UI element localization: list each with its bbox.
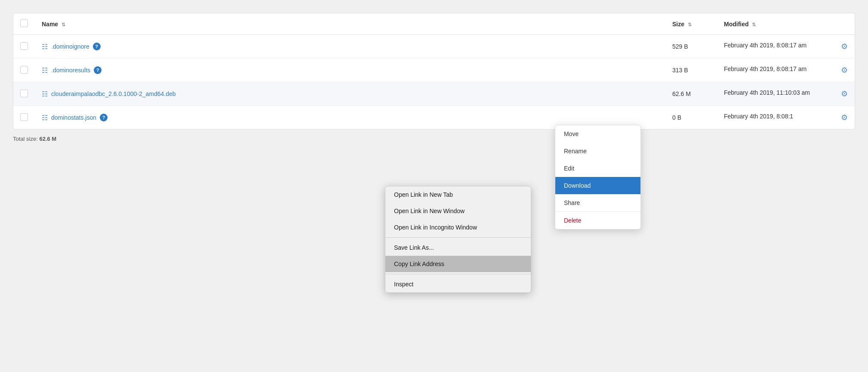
row4-file-link[interactable]: dominostats.json — [51, 114, 96, 121]
row1-modified-cell: February 4th 2019, 8:08:17 am ⚙ — [717, 35, 855, 59]
row4-checkbox[interactable] — [20, 113, 28, 121]
file-icon: ☷ — [42, 114, 48, 122]
app-menu-share[interactable]: Share — [555, 194, 640, 211]
select-all-checkbox[interactable] — [20, 19, 28, 27]
size-column-header[interactable]: Size ⇅ — [665, 13, 717, 35]
app-menu-move[interactable]: Move — [555, 125, 640, 143]
row2-gear-icon[interactable]: ⚙ — [841, 65, 848, 75]
browser-menu-save-link[interactable]: Save Link As... — [385, 239, 531, 256]
row2-help-icon[interactable]: ? — [94, 66, 102, 74]
total-size-value: 62.6 M — [39, 136, 56, 142]
row2-name-cell: ☷ .dominoresults ? — [35, 59, 665, 82]
file-table: Name ⇅ Size ⇅ Modified ⇅ — [13, 13, 855, 129]
name-column-header[interactable]: Name ⇅ — [35, 13, 665, 35]
size-sort-icon: ⇅ — [688, 22, 692, 28]
table-row: ☷ .dominoresults ? 313 B February 4th 20… — [13, 59, 855, 82]
table-row: ☷ .dominoignore ? 529 B February 4th 201… — [13, 35, 855, 59]
row4-size-cell: 0 B — [665, 106, 717, 130]
app-menu-rename[interactable]: Rename — [555, 143, 640, 160]
table-header-row: Name ⇅ Size ⇅ Modified ⇅ — [13, 13, 855, 35]
browser-menu-open-new-window[interactable]: Open Link in New Window — [385, 203, 531, 219]
row3-name-cell: ☷ clouderaimpalaodbc_2.6.0.1000-2_amd64.… — [35, 82, 665, 106]
row1-size-cell: 529 B — [665, 35, 717, 59]
browser-menu-divider2 — [385, 274, 531, 274]
name-sort-icon: ⇅ — [62, 22, 65, 28]
modified-sort-icon: ⇅ — [752, 22, 756, 28]
app-menu-delete[interactable]: Delete — [555, 212, 640, 229]
row3-size-cell: 62.6 M — [665, 82, 717, 106]
row1-select-cell — [13, 35, 35, 59]
row4-help-icon[interactable]: ? — [100, 114, 108, 121]
app-menu-edit[interactable]: Edit — [555, 160, 640, 177]
app-context-menu: Move Rename Edit Download Share Delete — [555, 125, 641, 229]
total-size-footer: Total size: 62.6 M — [0, 130, 868, 148]
row1-name-cell: ☷ .dominoignore ? — [35, 35, 665, 59]
row1-gear-icon[interactable]: ⚙ — [841, 42, 848, 51]
row1-file-link[interactable]: .dominoignore — [51, 43, 89, 50]
browser-menu-divider1 — [385, 237, 531, 238]
row4-select-cell — [13, 106, 35, 130]
row4-modified-cell: February 4th 2019, 8:08:1 ⚙ — [717, 106, 855, 130]
row2-checkbox[interactable] — [20, 66, 28, 74]
select-all-header — [13, 13, 35, 35]
row3-file-link[interactable]: clouderaimpalaodbc_2.6.0.1000-2_amd64.de… — [51, 90, 176, 97]
row1-checkbox[interactable] — [20, 42, 28, 50]
file-icon: ☷ — [42, 90, 48, 98]
row1-help-icon[interactable]: ? — [93, 43, 101, 50]
browser-menu-open-incognito[interactable]: Open Link in Incognito Window — [385, 219, 531, 236]
row2-select-cell — [13, 59, 35, 82]
row2-size-cell: 313 B — [665, 59, 717, 82]
browser-context-menu: Open Link in New Tab Open Link in New Wi… — [385, 186, 531, 293]
row2-modified-cell: February 4th 2019, 8:08:17 am ⚙ — [717, 59, 855, 82]
row2-file-link[interactable]: .dominoresults — [51, 67, 90, 74]
browser-menu-copy-link[interactable]: Copy Link Address — [385, 256, 531, 272]
row3-checkbox[interactable] — [20, 90, 28, 97]
file-table-container: Name ⇅ Size ⇅ Modified ⇅ — [13, 13, 855, 130]
file-icon: ☷ — [42, 43, 48, 51]
row3-select-cell — [13, 82, 35, 106]
browser-menu-open-new-tab[interactable]: Open Link in New Tab — [385, 186, 531, 203]
row4-gear-icon[interactable]: ⚙ — [841, 113, 848, 122]
table-row: ☷ clouderaimpalaodbc_2.6.0.1000-2_amd64.… — [13, 82, 855, 106]
row3-gear-icon[interactable]: ⚙ — [841, 89, 848, 99]
table-row: ☷ dominostats.json ? 0 B February 4th 20… — [13, 106, 855, 130]
app-menu-download[interactable]: Download — [555, 177, 640, 194]
row3-modified-cell: February 4th 2019, 11:10:03 am ⚙ — [717, 82, 855, 106]
file-icon: ☷ — [42, 66, 48, 74]
browser-menu-inspect[interactable]: Inspect — [385, 276, 531, 292]
modified-column-header[interactable]: Modified ⇅ — [717, 13, 855, 35]
